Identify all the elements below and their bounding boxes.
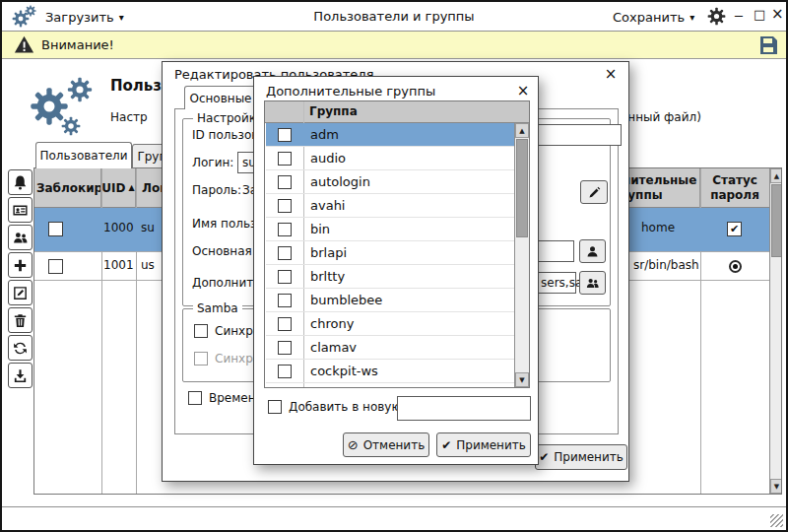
group-checkbox[interactable]	[278, 270, 292, 284]
save-menu-button[interactable]: Сохранить ▾	[613, 6, 694, 28]
table-vertical-scrollbar[interactable]: ▲ ▼	[769, 168, 782, 494]
tab-basic[interactable]: Основные	[184, 86, 257, 109]
window-title: Пользователи и группы	[313, 9, 474, 24]
chevron-down-icon: ▾	[119, 12, 124, 23]
delete-user-button[interactable]	[8, 307, 33, 333]
list-item[interactable]: audio	[266, 147, 514, 170]
add-to-new-checkbox[interactable]	[268, 400, 282, 414]
user-icon	[585, 244, 600, 259]
group-checkbox[interactable]	[278, 317, 292, 331]
scroll-down-icon: ▼	[519, 376, 524, 384]
pick-extra-groups-button[interactable]	[579, 271, 606, 295]
titlebar: Загрузить ▾ Пользователи и группы Сохран…	[2, 2, 786, 32]
groups-list-scrollbar[interactable]: ▲ ▼	[514, 123, 529, 387]
refresh-button[interactable]	[8, 335, 33, 361]
page-title: Польз	[110, 77, 162, 95]
list-item[interactable]: adm	[266, 123, 514, 147]
group-checkbox[interactable]	[278, 246, 292, 260]
resize-grip[interactable]	[770, 514, 783, 527]
scroll-up-button[interactable]: ▲	[515, 123, 529, 138]
list-item[interactable]: autologin	[266, 170, 514, 194]
temporary-checkbox[interactable]	[188, 391, 202, 405]
shell-cell: sr/bin/bash	[633, 258, 699, 272]
password-status-checkbox[interactable]: ✔	[727, 222, 742, 236]
apply-button-label: Применить	[456, 438, 526, 452]
dialog-close-button[interactable]: ×	[514, 82, 532, 100]
apply-button[interactable]: ✔ Применить	[436, 432, 531, 457]
maximize-button[interactable]: □	[754, 8, 765, 21]
column-header-uid[interactable]: UID▲	[101, 168, 136, 208]
dialog-close-button[interactable]: ×	[602, 65, 620, 83]
samba-sync-checkbox[interactable]	[194, 324, 208, 338]
new-group-input[interactable]	[397, 396, 531, 421]
password-status-radio[interactable]	[729, 260, 742, 273]
group-checkbox[interactable]	[278, 175, 292, 189]
group-checkbox[interactable]	[278, 223, 292, 236]
check-icon: ✔	[730, 224, 739, 234]
users-groups-logo	[28, 75, 98, 140]
add-user-button[interactable]	[8, 252, 33, 278]
list-item[interactable]: cockpit-ws	[266, 360, 514, 383]
minimize-button[interactable]: ─	[735, 10, 743, 23]
list-item[interactable]: bin	[266, 218, 514, 241]
groups-list-header: Группа	[265, 101, 529, 123]
group-checkbox[interactable]	[278, 365, 292, 378]
bell-icon	[12, 174, 29, 191]
group-name: cockpit-ws	[310, 364, 378, 378]
scrollbar-thumb[interactable]	[516, 139, 528, 237]
add-to-new-row: Добавить в новую:	[268, 400, 406, 414]
scroll-up-button[interactable]: ▲	[770, 168, 782, 183]
list-item[interactable]: brltty	[266, 265, 514, 289]
column-header-blocked[interactable]: Заблокирован	[34, 168, 101, 208]
group-checkbox[interactable]	[278, 199, 292, 213]
download-icon	[12, 367, 29, 384]
scroll-down-button[interactable]: ▼	[770, 479, 782, 494]
check-icon: ✔	[539, 450, 549, 464]
notifications-button[interactable]	[8, 169, 33, 195]
close-button[interactable]: ×	[771, 7, 784, 22]
list-item[interactable]: bumblebee	[266, 289, 514, 312]
login-cell: us	[141, 258, 155, 272]
users-groups-window: Загрузить ▾ Пользователи и группы Сохран…	[0, 0, 788, 532]
group-column-header: Группа	[309, 104, 358, 118]
column-header-uid-label: UID	[101, 181, 125, 196]
check-icon: ✔	[441, 438, 451, 452]
tab-basic-label: Основные	[189, 92, 251, 105]
export-button[interactable]	[8, 363, 33, 388]
user-card-button[interactable]	[8, 197, 33, 223]
blocked-checkbox[interactable]	[48, 222, 63, 236]
scrollbar-thumb[interactable]	[771, 184, 782, 257]
gear-icon	[67, 77, 93, 102]
save-menu-label: Сохранить	[613, 10, 685, 25]
group-name: adm	[310, 127, 339, 142]
change-password-button[interactable]	[580, 180, 608, 204]
settings-gear-icon[interactable]	[707, 7, 726, 26]
scroll-down-button[interactable]: ▼	[515, 372, 529, 387]
plus-icon	[12, 257, 29, 274]
uid-cell: 1001	[103, 258, 134, 272]
list-item[interactable]: clamav	[266, 336, 514, 360]
groups-button[interactable]	[8, 225, 33, 250]
blocked-checkbox[interactable]	[48, 259, 63, 274]
group-checkbox[interactable]	[278, 128, 292, 142]
save-file-icon[interactable]	[756, 33, 780, 57]
group-checkbox[interactable]	[278, 152, 292, 166]
load-menu-button[interactable]: Загрузить ▾	[45, 6, 124, 28]
tab-users[interactable]: Пользователи	[35, 142, 132, 168]
edit-user-button[interactable]	[8, 280, 33, 305]
sort-ascending-icon: ▲	[129, 183, 135, 193]
groups-list: Группа adm audio autologin avahi bin brl…	[264, 100, 530, 388]
scroll-down-icon: ▼	[774, 483, 779, 491]
list-item[interactable]: brlapi	[266, 241, 514, 265]
group-checkbox[interactable]	[278, 341, 292, 355]
apply-button[interactable]: ✔ Применить	[535, 444, 627, 470]
scroll-up-icon: ▲	[519, 127, 524, 135]
pencil-icon	[587, 185, 602, 200]
group-checkbox[interactable]	[278, 294, 292, 307]
cancel-button[interactable]: ⊘ Отменить	[343, 432, 429, 457]
list-item[interactable]: avahi	[266, 194, 514, 218]
column-header-password-status[interactable]: Статуспароля	[700, 168, 769, 208]
page-subtitle: Настр	[110, 110, 148, 124]
list-item[interactable]: chrony	[266, 312, 514, 336]
pick-primary-group-button[interactable]	[579, 239, 606, 263]
